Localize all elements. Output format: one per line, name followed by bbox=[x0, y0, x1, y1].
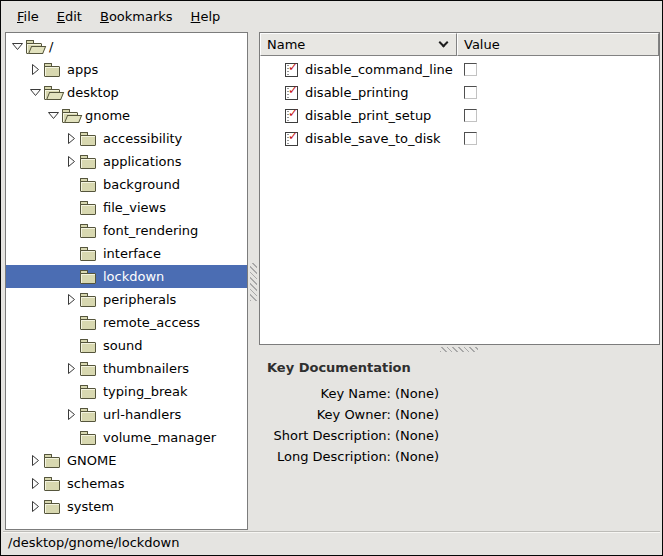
tree-expander-icon[interactable] bbox=[9, 40, 26, 53]
tree-row[interactable]: peripherals bbox=[6, 288, 247, 311]
tree-expander-icon[interactable] bbox=[63, 431, 80, 444]
column-header-value-label: Value bbox=[464, 37, 500, 52]
triangle-right-icon bbox=[31, 64, 40, 75]
sort-chevron-down-icon bbox=[439, 38, 449, 48]
tree-expander-icon[interactable] bbox=[63, 178, 80, 191]
tree-row[interactable]: interface bbox=[6, 242, 247, 265]
menubar: File Edit Bookmarks Help bbox=[3, 3, 660, 30]
value-checkbox[interactable] bbox=[464, 86, 477, 99]
key-icon bbox=[285, 132, 298, 146]
tree-row[interactable]: applications bbox=[6, 150, 247, 173]
tree-row[interactable]: accessibility bbox=[6, 127, 247, 150]
tree-row[interactable]: background bbox=[6, 173, 247, 196]
folder-icon bbox=[80, 155, 97, 169]
triangle-right-icon bbox=[67, 156, 76, 167]
tree-row[interactable]: system bbox=[6, 495, 247, 518]
tree-expander-icon[interactable] bbox=[63, 339, 80, 352]
doc-field-value: (None) bbox=[395, 386, 439, 401]
tree-expander-icon[interactable] bbox=[63, 408, 80, 421]
column-header-name[interactable]: Name bbox=[260, 33, 457, 56]
key-icon bbox=[285, 63, 298, 77]
doc-field-label: Key Owner: bbox=[259, 407, 391, 422]
key-row[interactable]: disable_save_to_disk bbox=[260, 127, 659, 150]
tree-row-label: interface bbox=[103, 246, 161, 261]
tree-row-label: gnome bbox=[85, 108, 130, 123]
tree-row-label: / bbox=[49, 39, 53, 54]
tree-expander-icon[interactable] bbox=[27, 63, 44, 76]
folder-icon bbox=[80, 316, 97, 330]
tree-expander-icon[interactable] bbox=[27, 500, 44, 513]
folder-icon bbox=[80, 408, 97, 422]
tree-row[interactable]: gnome bbox=[6, 104, 247, 127]
folder-icon bbox=[44, 454, 61, 468]
key-row[interactable]: disable_command_line bbox=[260, 58, 659, 81]
tree-row[interactable]: font_rendering bbox=[6, 219, 247, 242]
triangle-right-icon bbox=[67, 294, 76, 305]
folder-icon bbox=[80, 339, 97, 353]
tree-row[interactable]: GNOME bbox=[6, 449, 247, 472]
menu-item[interactable]: Bookmarks bbox=[91, 4, 182, 29]
tree-row[interactable]: schemas bbox=[6, 472, 247, 495]
tree-row-label: sound bbox=[103, 338, 142, 353]
doc-field-value: (None) bbox=[395, 428, 439, 443]
value-checkbox[interactable] bbox=[464, 132, 477, 145]
tree-row[interactable]: file_views bbox=[6, 196, 247, 219]
tree-row-label: schemas bbox=[67, 476, 125, 491]
tree-row[interactable]: sound bbox=[6, 334, 247, 357]
tree-expander-icon[interactable] bbox=[63, 385, 80, 398]
tree-expander-icon[interactable] bbox=[63, 293, 80, 306]
folder-icon bbox=[80, 431, 97, 445]
tree-expander-icon[interactable] bbox=[45, 109, 62, 122]
tree-expander-icon[interactable] bbox=[63, 224, 80, 237]
menu-item[interactable]: File bbox=[8, 4, 48, 29]
key-name: disable_printing bbox=[305, 85, 409, 100]
tree-row[interactable]: apps bbox=[6, 58, 247, 81]
doc-field-value: (None) bbox=[395, 407, 439, 422]
triangle-down-icon bbox=[12, 42, 23, 51]
tree-expander-icon[interactable] bbox=[63, 316, 80, 329]
column-header-name-label: Name bbox=[267, 37, 305, 52]
tree-row[interactable]: desktop bbox=[6, 81, 247, 104]
tree-row[interactable]: lockdown bbox=[6, 265, 247, 288]
tree-expander-icon[interactable] bbox=[27, 454, 44, 467]
tree-row[interactable]: typing_break bbox=[6, 380, 247, 403]
tree-expander-icon[interactable] bbox=[63, 201, 80, 214]
tree-row-label: applications bbox=[103, 154, 181, 169]
tree-row-label: desktop bbox=[67, 85, 119, 100]
gconf-editor-window: File Edit Bookmarks Help bbox=[0, 0, 663, 556]
folder-icon bbox=[44, 477, 61, 491]
tree-row-label: peripherals bbox=[103, 292, 176, 307]
menu-item[interactable]: Help bbox=[182, 4, 230, 29]
vertical-splitter[interactable] bbox=[248, 32, 259, 530]
tree-row-label: url-handlers bbox=[103, 407, 181, 422]
horizontal-splitter[interactable] bbox=[259, 345, 660, 354]
tree-row[interactable]: volume_manager bbox=[6, 426, 247, 449]
tree-row-label: GNOME bbox=[67, 453, 116, 468]
tree-expander-icon[interactable] bbox=[63, 362, 80, 375]
doc-row: Key Name: (None) bbox=[259, 383, 660, 404]
tree-expander-icon[interactable] bbox=[27, 86, 44, 99]
column-header-value[interactable]: Value bbox=[457, 33, 659, 56]
list-header: Name Value bbox=[260, 33, 659, 56]
tree-row[interactable]: remote_access bbox=[6, 311, 247, 334]
key-row[interactable]: disable_print_setup bbox=[260, 104, 659, 127]
tree-row-label: system bbox=[67, 499, 114, 514]
tree-row-label: accessibility bbox=[103, 131, 182, 146]
tree-expander-icon[interactable] bbox=[63, 270, 80, 283]
tree-row-label: remote_access bbox=[103, 315, 200, 330]
tree-row[interactable]: url-handlers bbox=[6, 403, 247, 426]
triangle-right-icon bbox=[31, 501, 40, 512]
value-checkbox[interactable] bbox=[464, 109, 477, 122]
tree-expander-icon[interactable] bbox=[63, 155, 80, 168]
menu-item[interactable]: Edit bbox=[48, 4, 91, 29]
doc-field-label: Short Description: bbox=[259, 428, 391, 443]
key-row[interactable]: disable_printing bbox=[260, 81, 659, 104]
tree-row[interactable]: thumbnailers bbox=[6, 357, 247, 380]
tree-expander-icon[interactable] bbox=[27, 477, 44, 490]
tree-row[interactable]: / bbox=[6, 35, 247, 58]
value-checkbox[interactable] bbox=[464, 63, 477, 76]
key-documentation-fields: Key Name: (None) Key Owner: (None) Short… bbox=[259, 383, 660, 467]
tree-row-label: font_rendering bbox=[103, 223, 198, 238]
tree-expander-icon[interactable] bbox=[63, 247, 80, 260]
tree-expander-icon[interactable] bbox=[63, 132, 80, 145]
